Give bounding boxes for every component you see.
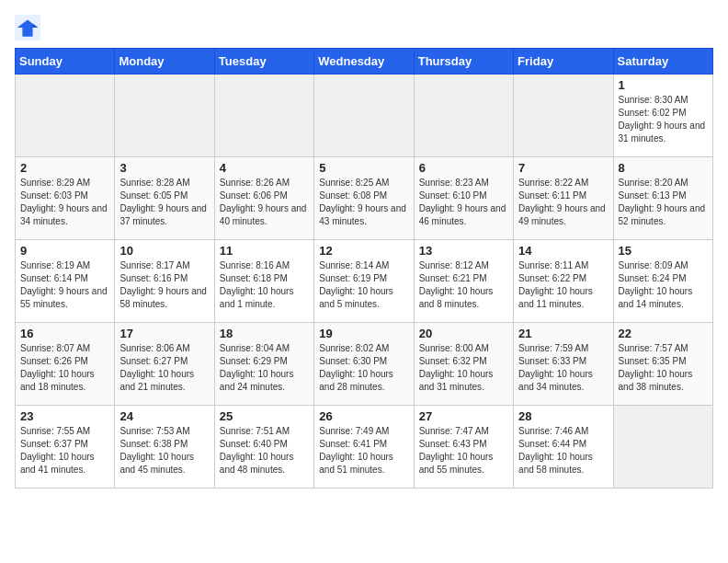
day-info: Sunrise: 8:11 AM Sunset: 6:22 PM Dayligh… (518, 259, 608, 311)
calendar-cell: 13Sunrise: 8:12 AM Sunset: 6:21 PM Dayli… (414, 240, 513, 323)
calendar-cell: 5Sunrise: 8:25 AM Sunset: 6:08 PM Daylig… (314, 157, 414, 240)
weekday-header-thursday: Thursday (414, 49, 513, 75)
weekday-header-saturday: Saturday (613, 49, 712, 75)
day-number: 26 (319, 409, 408, 423)
calendar-cell (115, 75, 214, 157)
day-number: 25 (220, 409, 309, 423)
day-info: Sunrise: 7:49 AM Sunset: 6:41 PM Dayligh… (319, 425, 408, 477)
calendar-cell: 14Sunrise: 8:11 AM Sunset: 6:22 PM Dayli… (514, 240, 613, 323)
calendar-cell: 28Sunrise: 7:46 AM Sunset: 6:44 PM Dayli… (514, 406, 613, 488)
day-info: Sunrise: 8:17 AM Sunset: 6:16 PM Dayligh… (119, 259, 209, 311)
calendar-body: 1Sunrise: 8:30 AM Sunset: 6:02 PM Daylig… (16, 75, 713, 488)
day-info: Sunrise: 8:20 AM Sunset: 6:13 PM Dayligh… (619, 177, 708, 228)
day-number: 13 (419, 244, 508, 258)
calendar-cell: 18Sunrise: 8:04 AM Sunset: 6:29 PM Dayli… (214, 323, 313, 406)
day-info: Sunrise: 8:09 AM Sunset: 6:24 PM Dayligh… (619, 259, 708, 311)
day-number: 7 (518, 161, 608, 175)
calendar-cell (16, 75, 115, 157)
day-number: 3 (119, 161, 209, 175)
day-info: Sunrise: 7:47 AM Sunset: 6:43 PM Dayligh… (419, 425, 508, 477)
day-number: 20 (419, 327, 508, 340)
calendar-cell: 6Sunrise: 8:23 AM Sunset: 6:10 PM Daylig… (414, 157, 513, 240)
day-number: 24 (119, 409, 209, 423)
calendar-cell (314, 75, 414, 157)
calendar-cell (613, 406, 712, 488)
calendar-cell: 8Sunrise: 8:20 AM Sunset: 6:13 PM Daylig… (613, 157, 712, 240)
day-number: 2 (20, 161, 109, 175)
logo-icon (15, 15, 40, 40)
calendar-cell: 11Sunrise: 8:16 AM Sunset: 6:18 PM Dayli… (214, 240, 313, 323)
day-number: 27 (419, 409, 508, 423)
calendar-week-row: 2Sunrise: 8:29 AM Sunset: 6:03 PM Daylig… (16, 157, 713, 240)
calendar-cell: 26Sunrise: 7:49 AM Sunset: 6:41 PM Dayli… (314, 406, 414, 488)
day-number: 5 (319, 161, 408, 175)
day-info: Sunrise: 7:46 AM Sunset: 6:44 PM Dayligh… (518, 425, 608, 477)
day-info: Sunrise: 8:28 AM Sunset: 6:05 PM Dayligh… (119, 177, 209, 228)
calendar-cell: 4Sunrise: 8:26 AM Sunset: 6:06 PM Daylig… (214, 157, 313, 240)
day-info: Sunrise: 7:59 AM Sunset: 6:33 PM Dayligh… (518, 342, 608, 394)
day-info: Sunrise: 8:04 AM Sunset: 6:29 PM Dayligh… (220, 342, 309, 394)
calendar-cell: 19Sunrise: 8:02 AM Sunset: 6:30 PM Dayli… (314, 323, 414, 406)
day-number: 14 (518, 244, 608, 258)
day-info: Sunrise: 8:06 AM Sunset: 6:27 PM Dayligh… (119, 342, 209, 394)
calendar-cell: 23Sunrise: 7:55 AM Sunset: 6:37 PM Dayli… (16, 406, 115, 488)
day-number: 21 (518, 327, 608, 340)
day-number: 17 (119, 327, 209, 340)
day-number: 19 (319, 327, 408, 340)
day-number: 4 (220, 161, 309, 175)
day-info: Sunrise: 8:19 AM Sunset: 6:14 PM Dayligh… (20, 259, 109, 311)
logo (15, 15, 44, 40)
day-info: Sunrise: 8:25 AM Sunset: 6:08 PM Dayligh… (319, 177, 408, 228)
day-number: 6 (419, 161, 508, 175)
calendar-header: SundayMondayTuesdayWednesdayThursdayFrid… (16, 49, 713, 75)
calendar-week-row: 9Sunrise: 8:19 AM Sunset: 6:14 PM Daylig… (16, 240, 713, 323)
day-number: 23 (20, 409, 109, 423)
day-number: 15 (619, 244, 708, 258)
calendar-cell: 2Sunrise: 8:29 AM Sunset: 6:03 PM Daylig… (16, 157, 115, 240)
day-number: 1 (619, 78, 708, 92)
calendar-table: SundayMondayTuesdayWednesdayThursdayFrid… (15, 48, 713, 488)
day-number: 18 (220, 327, 309, 340)
day-info: Sunrise: 8:30 AM Sunset: 6:02 PM Dayligh… (619, 94, 708, 145)
calendar-cell: 20Sunrise: 8:00 AM Sunset: 6:32 PM Dayli… (414, 323, 513, 406)
weekday-header-tuesday: Tuesday (214, 49, 313, 75)
weekday-header-friday: Friday (514, 49, 613, 75)
calendar-cell: 17Sunrise: 8:06 AM Sunset: 6:27 PM Dayli… (115, 323, 214, 406)
calendar-cell (214, 75, 313, 157)
day-number: 9 (20, 244, 109, 258)
calendar-week-row: 1Sunrise: 8:30 AM Sunset: 6:02 PM Daylig… (16, 75, 713, 157)
calendar-cell: 9Sunrise: 8:19 AM Sunset: 6:14 PM Daylig… (16, 240, 115, 323)
calendar-cell (514, 75, 613, 157)
day-info: Sunrise: 7:57 AM Sunset: 6:35 PM Dayligh… (619, 342, 708, 394)
calendar-cell (414, 75, 513, 157)
calendar-cell: 21Sunrise: 7:59 AM Sunset: 6:33 PM Dayli… (514, 323, 613, 406)
day-number: 28 (518, 409, 608, 423)
calendar-week-row: 16Sunrise: 8:07 AM Sunset: 6:26 PM Dayli… (16, 323, 713, 406)
day-number: 12 (319, 244, 408, 258)
calendar-week-row: 23Sunrise: 7:55 AM Sunset: 6:37 PM Dayli… (16, 406, 713, 488)
weekday-header-monday: Monday (115, 49, 214, 75)
day-number: 22 (619, 327, 708, 340)
day-number: 10 (119, 244, 209, 258)
weekday-header-row: SundayMondayTuesdayWednesdayThursdayFrid… (16, 49, 713, 75)
day-info: Sunrise: 8:12 AM Sunset: 6:21 PM Dayligh… (419, 259, 508, 311)
weekday-header-sunday: Sunday (16, 49, 115, 75)
calendar-cell: 3Sunrise: 8:28 AM Sunset: 6:05 PM Daylig… (115, 157, 214, 240)
day-info: Sunrise: 7:53 AM Sunset: 6:38 PM Dayligh… (119, 425, 209, 477)
calendar-cell: 7Sunrise: 8:22 AM Sunset: 6:11 PM Daylig… (514, 157, 613, 240)
calendar-cell: 10Sunrise: 8:17 AM Sunset: 6:16 PM Dayli… (115, 240, 214, 323)
calendar-cell: 22Sunrise: 7:57 AM Sunset: 6:35 PM Dayli… (613, 323, 712, 406)
day-info: Sunrise: 7:51 AM Sunset: 6:40 PM Dayligh… (220, 425, 309, 477)
day-info: Sunrise: 8:29 AM Sunset: 6:03 PM Dayligh… (20, 177, 109, 228)
day-number: 8 (619, 161, 708, 175)
day-info: Sunrise: 8:26 AM Sunset: 6:06 PM Dayligh… (220, 177, 309, 228)
calendar-cell: 12Sunrise: 8:14 AM Sunset: 6:19 PM Dayli… (314, 240, 414, 323)
day-info: Sunrise: 8:07 AM Sunset: 6:26 PM Dayligh… (20, 342, 109, 394)
page-header (15, 15, 713, 40)
day-info: Sunrise: 8:02 AM Sunset: 6:30 PM Dayligh… (319, 342, 408, 394)
weekday-header-wednesday: Wednesday (314, 49, 414, 75)
calendar-cell: 25Sunrise: 7:51 AM Sunset: 6:40 PM Dayli… (214, 406, 313, 488)
day-info: Sunrise: 8:16 AM Sunset: 6:18 PM Dayligh… (220, 259, 309, 311)
day-info: Sunrise: 8:00 AM Sunset: 6:32 PM Dayligh… (419, 342, 508, 394)
day-info: Sunrise: 8:23 AM Sunset: 6:10 PM Dayligh… (419, 177, 508, 228)
